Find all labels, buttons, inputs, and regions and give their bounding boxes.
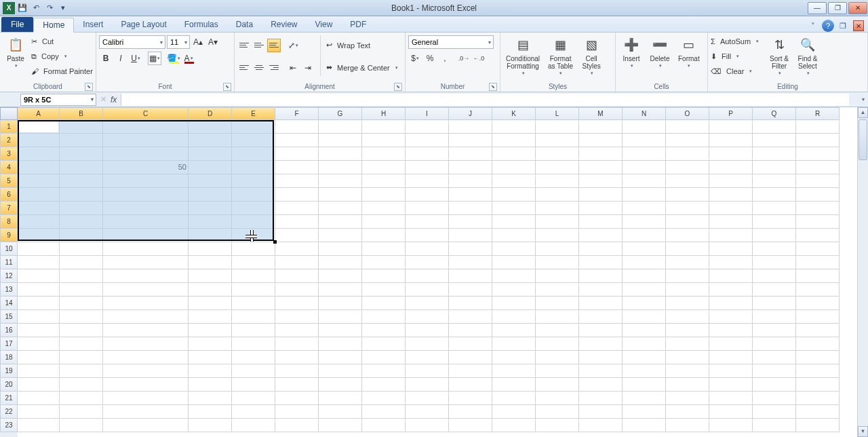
cell-A3[interactable] bbox=[18, 147, 60, 161]
cell-H15[interactable] bbox=[362, 310, 406, 324]
cell-C10[interactable] bbox=[103, 242, 189, 256]
cell-A10[interactable] bbox=[18, 242, 60, 256]
format-as-table-button[interactable]: ▦Format as Table▾ bbox=[545, 34, 576, 77]
cell-A21[interactable] bbox=[18, 392, 60, 405]
cell-G2[interactable] bbox=[319, 134, 362, 147]
cell-G1[interactable] bbox=[319, 120, 362, 134]
cell-C17[interactable] bbox=[103, 337, 189, 351]
row-headers[interactable]: 1234567891011121314151617181920212223 bbox=[0, 107, 18, 437]
col-header-L[interactable]: L bbox=[536, 107, 579, 120]
cell-B14[interactable] bbox=[60, 297, 103, 310]
cell-H8[interactable] bbox=[362, 215, 406, 229]
row-header-17[interactable]: 17 bbox=[0, 337, 18, 351]
cell-L11[interactable] bbox=[536, 256, 579, 269]
cell-R20[interactable] bbox=[796, 378, 840, 392]
cell-C20[interactable] bbox=[103, 378, 189, 392]
cell-D15[interactable] bbox=[189, 310, 232, 324]
number-launcher[interactable]: ⬊ bbox=[489, 83, 497, 91]
cell-D3[interactable] bbox=[189, 147, 232, 161]
cell-Q1[interactable] bbox=[753, 120, 796, 134]
cell-R19[interactable] bbox=[796, 364, 840, 378]
cell-B20[interactable] bbox=[60, 378, 103, 392]
row-header-11[interactable]: 11 bbox=[0, 256, 18, 269]
cell-P23[interactable] bbox=[709, 419, 753, 432]
cell-R5[interactable] bbox=[796, 174, 840, 188]
cell-C19[interactable] bbox=[103, 364, 189, 378]
cell-A20[interactable] bbox=[18, 378, 60, 392]
col-header-Q[interactable]: Q bbox=[753, 107, 796, 120]
cell-P12[interactable] bbox=[709, 269, 753, 283]
cell-P4[interactable] bbox=[709, 161, 753, 174]
expand-formula-bar-icon[interactable]: ▾ bbox=[859, 94, 868, 106]
col-header-H[interactable]: H bbox=[362, 107, 406, 120]
cell-L20[interactable] bbox=[536, 378, 579, 392]
cell-R18[interactable] bbox=[796, 351, 840, 364]
tab-insert[interactable]: Insert bbox=[74, 17, 112, 32]
cell-C21[interactable] bbox=[103, 392, 189, 405]
font-family-combo[interactable]: Calibri bbox=[99, 35, 165, 49]
decrease-font-icon[interactable]: A▾ bbox=[206, 35, 220, 49]
cell-Q10[interactable] bbox=[753, 242, 796, 256]
cell-B22[interactable] bbox=[60, 405, 103, 419]
cell-P15[interactable] bbox=[709, 310, 753, 324]
close-button[interactable]: ✕ bbox=[848, 2, 867, 14]
cell-M16[interactable] bbox=[579, 324, 623, 337]
cell-H9[interactable] bbox=[362, 229, 406, 242]
cell-D20[interactable] bbox=[189, 378, 232, 392]
cell-B10[interactable] bbox=[60, 242, 103, 256]
cell-B13[interactable] bbox=[60, 283, 103, 297]
cell-M13[interactable] bbox=[579, 283, 623, 297]
cell-M14[interactable] bbox=[579, 297, 623, 310]
cell-K23[interactable] bbox=[492, 419, 536, 432]
cell-Q21[interactable] bbox=[753, 392, 796, 405]
cell-Q16[interactable] bbox=[753, 324, 796, 337]
cell-C18[interactable] bbox=[103, 351, 189, 364]
cell-D23[interactable] bbox=[189, 419, 232, 432]
name-box[interactable]: 9R x 5C bbox=[20, 94, 96, 106]
cell-J15[interactable] bbox=[449, 310, 492, 324]
cell-N4[interactable] bbox=[623, 161, 666, 174]
cell-G4[interactable] bbox=[319, 161, 362, 174]
cell-O14[interactable] bbox=[666, 297, 709, 310]
cell-E2[interactable] bbox=[232, 134, 275, 147]
cell-O15[interactable] bbox=[666, 310, 709, 324]
cell-J2[interactable] bbox=[449, 134, 492, 147]
cell-K4[interactable] bbox=[492, 161, 536, 174]
cell-F9[interactable] bbox=[275, 229, 319, 242]
cell-D1[interactable] bbox=[189, 120, 232, 134]
cell-J13[interactable] bbox=[449, 283, 492, 297]
cell-E21[interactable] bbox=[232, 392, 275, 405]
cell-P8[interactable] bbox=[709, 215, 753, 229]
cell-E13[interactable] bbox=[232, 283, 275, 297]
cell-H5[interactable] bbox=[362, 174, 406, 188]
cell-M15[interactable] bbox=[579, 310, 623, 324]
cell-R4[interactable] bbox=[796, 161, 840, 174]
row-header-19[interactable]: 19 bbox=[0, 364, 18, 378]
cell-P22[interactable] bbox=[709, 405, 753, 419]
col-header-O[interactable]: O bbox=[666, 107, 709, 120]
cell-I3[interactable] bbox=[406, 147, 449, 161]
cell-J7[interactable] bbox=[449, 202, 492, 215]
cell-J6[interactable] bbox=[449, 188, 492, 202]
cell-J4[interactable] bbox=[449, 161, 492, 174]
cell-R16[interactable] bbox=[796, 324, 840, 337]
cell-O12[interactable] bbox=[666, 269, 709, 283]
cell-M4[interactable] bbox=[579, 161, 623, 174]
cell-G15[interactable] bbox=[319, 310, 362, 324]
font-color-button[interactable]: A▾ bbox=[182, 52, 195, 65]
row-header-13[interactable]: 13 bbox=[0, 283, 18, 297]
format-painter-button[interactable]: 🖌 Format Painter bbox=[31, 64, 93, 79]
cell-K21[interactable] bbox=[492, 392, 536, 405]
font-launcher[interactable]: ⬊ bbox=[223, 83, 231, 91]
cell-N9[interactable] bbox=[623, 229, 666, 242]
sort-filter-button[interactable]: ⇅Sort & Filter▾ bbox=[766, 34, 792, 77]
cell-D4[interactable] bbox=[189, 161, 232, 174]
cell-R23[interactable] bbox=[796, 419, 840, 432]
cell-N20[interactable] bbox=[623, 378, 666, 392]
cell-G18[interactable] bbox=[319, 351, 362, 364]
cell-I5[interactable] bbox=[406, 174, 449, 188]
cell-E16[interactable] bbox=[232, 324, 275, 337]
cell-L7[interactable] bbox=[536, 202, 579, 215]
cell-F19[interactable] bbox=[275, 364, 319, 378]
cell-B19[interactable] bbox=[60, 364, 103, 378]
